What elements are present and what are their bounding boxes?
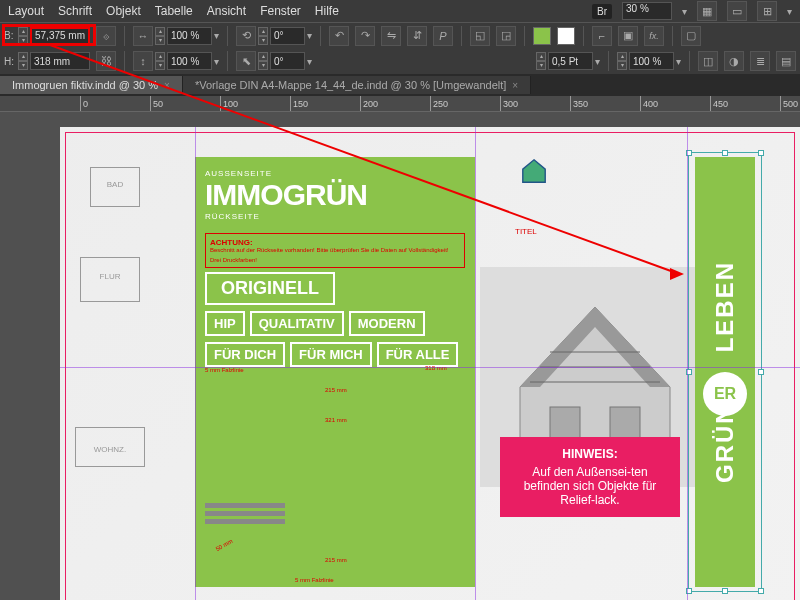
scale-y-icon: ↕ bbox=[133, 51, 153, 71]
tab-close-2[interactable]: × bbox=[512, 80, 518, 91]
word-fuermich: FÜR MICH bbox=[290, 342, 372, 367]
menu-ansicht[interactable]: Ansicht bbox=[207, 4, 246, 18]
menu-fenster[interactable]: Fenster bbox=[260, 4, 301, 18]
stroke-chevron-icon[interactable]: ▾ bbox=[595, 56, 600, 67]
guide[interactable] bbox=[687, 127, 688, 600]
menu-layout[interactable]: Layout bbox=[8, 4, 44, 18]
menu-objekt[interactable]: Objekt bbox=[106, 4, 141, 18]
word-modern: MODERN bbox=[349, 311, 425, 336]
annotation-highlight bbox=[2, 24, 96, 46]
hinweis-text: Auf den Außensei-ten befinden sich Objek… bbox=[510, 465, 670, 507]
menu-schrift[interactable]: Schrift bbox=[58, 4, 92, 18]
warning-text-2: Drei Druckfarben! bbox=[210, 257, 460, 264]
control-bar-1: B: ▴▾ ⟐ ↔ ▴▾ ▾ ⟲ ▴▾ ▾ ↶ ↷ ⇋ ⇵ P ◱ ◲ ⌐ ▣ … bbox=[0, 22, 800, 48]
select-content-icon[interactable]: ◲ bbox=[496, 26, 516, 46]
opacity-input[interactable] bbox=[629, 52, 674, 70]
scale-x-chevron-icon[interactable]: ▾ bbox=[214, 30, 219, 41]
menu-bar: Layout Schrift Objekt Tabelle Ansicht Fe… bbox=[0, 0, 800, 22]
rotate-cw-icon[interactable]: ↷ bbox=[355, 26, 375, 46]
panel-back[interactable]: AUSSENSEITE IMMOGRÜN RÜCKSEITE ACHTUNG: … bbox=[195, 157, 475, 587]
hinweis-title: HINWEIS: bbox=[510, 447, 670, 461]
guide[interactable] bbox=[60, 367, 800, 368]
shear-icon: ⬉ bbox=[236, 51, 256, 71]
zoom-level[interactable]: 30 % bbox=[622, 2, 672, 20]
zoom-chevron-icon[interactable]: ▾ bbox=[682, 6, 687, 17]
subtitle-rueckseite: RÜCKSEITE bbox=[205, 212, 465, 221]
drop-shadow-icon[interactable]: ▣ bbox=[618, 26, 638, 46]
gray-bars bbox=[205, 500, 285, 527]
scale-y-input[interactable] bbox=[167, 52, 212, 70]
height-spinner[interactable]: ▴▾ bbox=[18, 52, 28, 70]
dim-215-2: 215 mm bbox=[325, 557, 347, 563]
document-tabs: Immogruen fiktiv.indd @ 30 % × *Vorlage … bbox=[0, 74, 800, 96]
warning-text: Beschnitt auf der Rückseite vorhanden! B… bbox=[210, 247, 460, 254]
text-wrap-column-icon[interactable]: ▤ bbox=[776, 51, 796, 71]
text-wrap-jump-icon[interactable]: ≣ bbox=[750, 51, 770, 71]
dim-50: 50 mm bbox=[215, 538, 234, 552]
subtitle-aussenseite: AUSSENSEITE bbox=[205, 169, 465, 178]
height-label: H: bbox=[4, 56, 16, 67]
canvas[interactable]: BAD FLUR WOHNZ. AUSSENSEITE IMMOGRÜN RÜC… bbox=[0, 112, 800, 600]
shear-chevron-icon[interactable]: ▾ bbox=[307, 56, 312, 67]
shear-spinner[interactable]: ▴▾ bbox=[258, 52, 268, 70]
menu-hilfe[interactable]: Hilfe bbox=[315, 4, 339, 18]
word-qualitativ: QUALITATIV bbox=[250, 311, 344, 336]
word-fuerdich: FÜR DICH bbox=[205, 342, 285, 367]
warning-title: ACHTUNG: bbox=[210, 238, 460, 247]
arrange-chevron-icon[interactable]: ▾ bbox=[787, 6, 792, 17]
page[interactable]: BAD FLUR WOHNZ. AUSSENSEITE IMMOGRÜN RÜC… bbox=[60, 127, 800, 600]
flip-v-icon[interactable]: ⇵ bbox=[407, 26, 427, 46]
word-fueralle: FÜR ALLE bbox=[377, 342, 459, 367]
dim-321: 321 mm bbox=[325, 417, 347, 423]
ruler-horizontal[interactable]: 0 50 100 150 200 250 300 350 400 450 500 bbox=[0, 96, 800, 112]
scale-y-chevron-icon[interactable]: ▾ bbox=[214, 56, 219, 67]
flip-h-icon[interactable]: ⇋ bbox=[381, 26, 401, 46]
text-wrap-shape-icon[interactable]: ◑ bbox=[724, 51, 744, 71]
opacity-spinner[interactable]: ▴▾ bbox=[617, 52, 627, 70]
dim-215: 215 mm bbox=[325, 387, 347, 393]
scale-x-icon: ↔ bbox=[133, 26, 153, 46]
text-wrap-none-icon[interactable]: ▢ bbox=[681, 26, 701, 46]
rotate-icon: ⟲ bbox=[236, 26, 256, 46]
scale-x-input[interactable] bbox=[167, 27, 212, 45]
paragraph-icon[interactable]: P bbox=[433, 26, 453, 46]
annotation-arrowhead-icon bbox=[670, 268, 684, 280]
rotate-ccw-icon[interactable]: ↶ bbox=[329, 26, 349, 46]
scale-x-spinner[interactable]: ▴▾ bbox=[155, 27, 165, 45]
house-logo-icon bbox=[520, 157, 548, 185]
opacity-chevron-icon[interactable]: ▾ bbox=[676, 56, 681, 67]
arrange-icon[interactable]: ⊞ bbox=[757, 1, 777, 21]
text-wrap-bbox-icon[interactable]: ◫ bbox=[698, 51, 718, 71]
effects-icon[interactable]: fx. bbox=[644, 26, 664, 46]
stroke-weight-input[interactable] bbox=[548, 52, 593, 70]
menu-tabelle[interactable]: Tabelle bbox=[155, 4, 193, 18]
tab-immogruen[interactable]: Immogruen fiktiv.indd @ 30 % × bbox=[0, 76, 183, 94]
titel-label: TITEL bbox=[515, 227, 537, 236]
bridge-badge[interactable]: Br bbox=[592, 4, 612, 19]
view-mode-icon[interactable]: ▦ bbox=[697, 1, 717, 21]
svg-marker-0 bbox=[523, 160, 545, 182]
dim-318: 318 mm bbox=[425, 365, 447, 371]
screen-mode-icon[interactable]: ▭ bbox=[727, 1, 747, 21]
shear-input[interactable] bbox=[270, 52, 305, 70]
stroke-spinner[interactable]: ▴▾ bbox=[536, 52, 546, 70]
fill-swatch[interactable] bbox=[533, 27, 551, 45]
word-hip: HIP bbox=[205, 311, 245, 336]
word-originell: ORIGINELL bbox=[205, 272, 335, 305]
rotate-spinner[interactable]: ▴▾ bbox=[258, 27, 268, 45]
tab-label-2: *Vorlage DIN A4-Mappe 14_44_de.indd @ 30… bbox=[195, 79, 506, 91]
guide[interactable] bbox=[195, 127, 196, 600]
tab-label-1: Immogruen fiktiv.indd @ 30 % bbox=[12, 79, 158, 91]
scale-y-spinner[interactable]: ▴▾ bbox=[155, 52, 165, 70]
tab-vorlage[interactable]: *Vorlage DIN A4-Mappe 14_44_de.indd @ 30… bbox=[183, 76, 531, 94]
hinweis-box[interactable]: HINWEIS: Auf den Außensei-ten befinden s… bbox=[500, 437, 680, 517]
corner-options-icon[interactable]: ⌐ bbox=[592, 26, 612, 46]
warning-box: ACHTUNG: Beschnitt auf der Rückseite vor… bbox=[205, 233, 465, 268]
stroke-swatch[interactable] bbox=[557, 27, 575, 45]
selection-frame[interactable] bbox=[688, 152, 762, 592]
constrain-proportions-icon[interactable]: ⟐ bbox=[96, 26, 116, 46]
rotate-input[interactable] bbox=[270, 27, 305, 45]
select-container-icon[interactable]: ◱ bbox=[470, 26, 490, 46]
rotate-chevron-icon[interactable]: ▾ bbox=[307, 30, 312, 41]
dim-falz-2: 5 mm Falzlinie bbox=[295, 577, 334, 583]
